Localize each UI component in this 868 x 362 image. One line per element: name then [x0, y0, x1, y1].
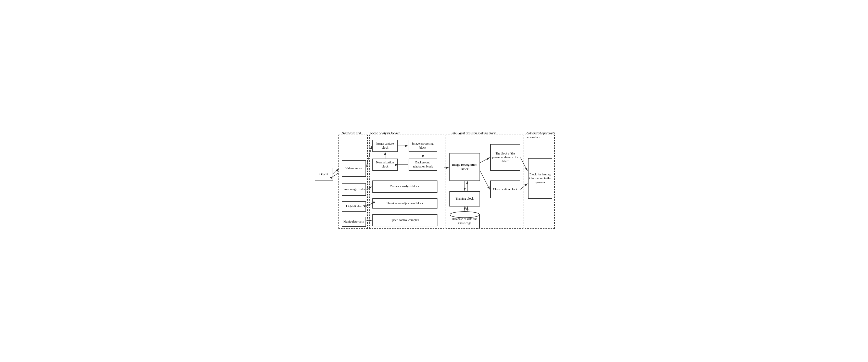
background-box: Background adaptation block [409, 159, 437, 171]
svg-line-7 [333, 173, 339, 176]
light-diodes-box: Light diodes [342, 201, 366, 211]
classification-box: Classification block [490, 180, 520, 198]
image-capture-box: Image capture block [372, 140, 398, 152]
manipulator-box: Manipulator arm [342, 217, 366, 227]
image-processing-box: Image processing block [409, 140, 437, 152]
distance-box: Distance analysis block [372, 180, 437, 193]
laser-box: Laser range finder [342, 183, 366, 196]
video-camera-box: Video camera [342, 160, 366, 177]
object-box: Object [315, 168, 333, 180]
database-cylinder: Database of data and knowledge [450, 211, 480, 228]
diagram: Hardware unit Scene Analysis Device Inte… [312, 130, 557, 232]
training-box: Training block [450, 191, 480, 206]
normalization-box: Normalization block [372, 159, 398, 171]
svg-line-6 [333, 169, 339, 174]
speed-box: Speed control complex [372, 214, 437, 226]
hardware-box [339, 135, 368, 229]
illumination-box: Illumination adjustment block [372, 198, 437, 208]
image-recognition-box: Image Recognition Block [450, 153, 480, 181]
issuing-info-box: Block for issuing information to the ope… [528, 158, 552, 199]
presence-absence-box: The block of the presence/ absence of a … [490, 144, 520, 171]
